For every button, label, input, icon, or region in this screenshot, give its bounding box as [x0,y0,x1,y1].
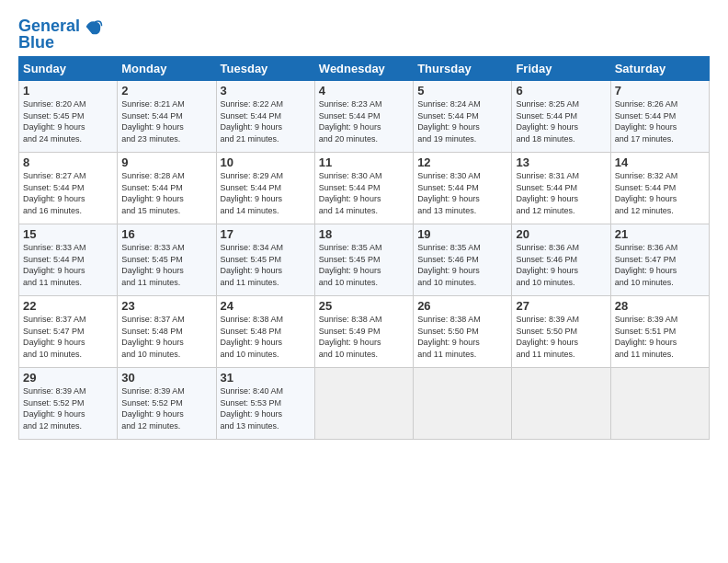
calendar-cell: 7Sunrise: 8:26 AMSunset: 5:44 PMDaylight… [610,81,709,153]
day-number: 30 [121,371,211,385]
header: General Blue [18,17,710,52]
calendar-cell: 10Sunrise: 8:29 AMSunset: 5:44 PMDayligh… [216,153,314,224]
calendar-cell: 23Sunrise: 8:37 AMSunset: 5:48 PMDayligh… [118,296,216,368]
day-number: 9 [121,155,211,169]
week-row-5: 29Sunrise: 8:39 AMSunset: 5:52 PMDayligh… [19,368,710,440]
calendar-cell: 11Sunrise: 8:30 AMSunset: 5:44 PMDayligh… [314,153,413,224]
calendar-cell [610,368,709,440]
calendar-cell: 3Sunrise: 8:22 AMSunset: 5:44 PMDaylight… [216,81,314,153]
calendar-cell: 4Sunrise: 8:23 AMSunset: 5:44 PMDaylight… [314,81,413,153]
day-number: 27 [516,299,606,313]
week-row-3: 15Sunrise: 8:33 AMSunset: 5:44 PMDayligh… [19,224,710,296]
cell-info: Sunrise: 8:20 AMSunset: 5:45 PMDaylight:… [23,98,113,144]
calendar-cell: 21Sunrise: 8:36 AMSunset: 5:47 PMDayligh… [610,224,709,296]
cell-info: Sunrise: 8:37 AMSunset: 5:47 PMDaylight:… [23,314,113,360]
calendar-cell: 19Sunrise: 8:35 AMSunset: 5:46 PMDayligh… [414,224,512,296]
week-row-1: 1Sunrise: 8:20 AMSunset: 5:45 PMDaylight… [19,81,710,153]
day-number: 24 [221,299,311,313]
day-number: 6 [516,84,606,98]
cell-info: Sunrise: 8:36 AMSunset: 5:47 PMDaylight:… [615,242,705,288]
logo: General Blue [18,17,103,52]
header-row: SundayMondayTuesdayWednesdayThursdayFrid… [19,57,710,81]
calendar-cell: 15Sunrise: 8:33 AMSunset: 5:44 PMDayligh… [19,224,118,296]
calendar-cell: 9Sunrise: 8:28 AMSunset: 5:44 PMDaylight… [118,153,216,224]
cell-info: Sunrise: 8:33 AMSunset: 5:45 PMDaylight:… [121,242,211,288]
day-number: 25 [319,299,409,313]
cell-info: Sunrise: 8:24 AMSunset: 5:44 PMDaylight:… [417,98,507,144]
calendar-cell: 8Sunrise: 8:27 AMSunset: 5:44 PMDaylight… [19,153,118,224]
cell-info: Sunrise: 8:26 AMSunset: 5:44 PMDaylight:… [615,98,705,144]
day-number: 19 [417,227,507,241]
day-number: 28 [615,299,705,313]
cell-info: Sunrise: 8:39 AMSunset: 5:50 PMDaylight:… [516,314,606,360]
day-number: 12 [417,155,507,169]
calendar-cell: 28Sunrise: 8:39 AMSunset: 5:51 PMDayligh… [610,296,709,368]
day-number: 5 [417,84,507,98]
calendar-cell: 27Sunrise: 8:39 AMSunset: 5:50 PMDayligh… [512,296,610,368]
cell-info: Sunrise: 8:38 AMSunset: 5:48 PMDaylight:… [221,314,311,360]
calendar-cell: 26Sunrise: 8:38 AMSunset: 5:50 PMDayligh… [414,296,512,368]
day-number: 7 [615,84,705,98]
cell-info: Sunrise: 8:31 AMSunset: 5:44 PMDaylight:… [516,170,606,216]
cell-info: Sunrise: 8:23 AMSunset: 5:44 PMDaylight:… [319,98,409,144]
calendar-cell: 22Sunrise: 8:37 AMSunset: 5:47 PMDayligh… [19,296,118,368]
calendar-cell: 5Sunrise: 8:24 AMSunset: 5:44 PMDaylight… [414,81,512,153]
day-number: 29 [23,371,113,385]
day-number: 11 [319,155,409,169]
cell-info: Sunrise: 8:39 AMSunset: 5:51 PMDaylight:… [615,314,705,360]
day-number: 10 [221,155,311,169]
col-header-wednesday: Wednesday [314,57,413,81]
cell-info: Sunrise: 8:34 AMSunset: 5:45 PMDaylight:… [221,242,311,288]
cell-info: Sunrise: 8:27 AMSunset: 5:44 PMDaylight:… [23,170,113,216]
day-number: 17 [221,227,311,241]
day-number: 16 [121,227,211,241]
calendar-cell: 16Sunrise: 8:33 AMSunset: 5:45 PMDayligh… [118,224,216,296]
cell-info: Sunrise: 8:25 AMSunset: 5:44 PMDaylight:… [516,98,606,144]
cell-info: Sunrise: 8:39 AMSunset: 5:52 PMDaylight:… [23,385,113,431]
day-number: 15 [23,227,113,241]
cell-info: Sunrise: 8:36 AMSunset: 5:46 PMDaylight:… [516,242,606,288]
calendar-cell: 1Sunrise: 8:20 AMSunset: 5:45 PMDaylight… [19,81,118,153]
day-number: 4 [319,84,409,98]
day-number: 14 [615,155,705,169]
day-number: 22 [23,299,113,313]
logo-icon [83,17,103,37]
cell-info: Sunrise: 8:21 AMSunset: 5:44 PMDaylight:… [121,98,211,144]
week-row-4: 22Sunrise: 8:37 AMSunset: 5:47 PMDayligh… [19,296,710,368]
calendar-cell: 25Sunrise: 8:38 AMSunset: 5:49 PMDayligh… [314,296,413,368]
calendar-cell: 31Sunrise: 8:40 AMSunset: 5:53 PMDayligh… [216,368,314,440]
week-row-2: 8Sunrise: 8:27 AMSunset: 5:44 PMDaylight… [19,153,710,224]
calendar-cell: 24Sunrise: 8:38 AMSunset: 5:48 PMDayligh… [216,296,314,368]
col-header-saturday: Saturday [610,57,709,81]
calendar-cell [512,368,610,440]
col-header-thursday: Thursday [414,57,512,81]
calendar-cell: 18Sunrise: 8:35 AMSunset: 5:45 PMDayligh… [314,224,413,296]
cell-info: Sunrise: 8:35 AMSunset: 5:46 PMDaylight:… [417,242,507,288]
col-header-tuesday: Tuesday [216,57,314,81]
calendar-cell: 12Sunrise: 8:30 AMSunset: 5:44 PMDayligh… [414,153,512,224]
col-header-friday: Friday [512,57,610,81]
calendar-cell: 17Sunrise: 8:34 AMSunset: 5:45 PMDayligh… [216,224,314,296]
calendar-cell: 13Sunrise: 8:31 AMSunset: 5:44 PMDayligh… [512,153,610,224]
cell-info: Sunrise: 8:37 AMSunset: 5:48 PMDaylight:… [121,314,211,360]
cell-info: Sunrise: 8:40 AMSunset: 5:53 PMDaylight:… [221,385,311,431]
cell-info: Sunrise: 8:22 AMSunset: 5:44 PMDaylight:… [221,98,311,144]
cell-info: Sunrise: 8:38 AMSunset: 5:49 PMDaylight:… [319,314,409,360]
day-number: 26 [417,299,507,313]
cell-info: Sunrise: 8:39 AMSunset: 5:52 PMDaylight:… [121,385,211,431]
calendar-cell [414,368,512,440]
calendar-cell: 30Sunrise: 8:39 AMSunset: 5:52 PMDayligh… [118,368,216,440]
day-number: 3 [221,84,311,98]
day-number: 8 [23,155,113,169]
calendar-cell: 14Sunrise: 8:32 AMSunset: 5:44 PMDayligh… [610,153,709,224]
calendar-cell: 6Sunrise: 8:25 AMSunset: 5:44 PMDaylight… [512,81,610,153]
day-number: 31 [221,371,311,385]
col-header-monday: Monday [118,57,216,81]
cell-info: Sunrise: 8:30 AMSunset: 5:44 PMDaylight:… [417,170,507,216]
cell-info: Sunrise: 8:38 AMSunset: 5:50 PMDaylight:… [417,314,507,360]
day-number: 18 [319,227,409,241]
calendar-cell: 29Sunrise: 8:39 AMSunset: 5:52 PMDayligh… [19,368,118,440]
day-number: 1 [23,84,113,98]
cell-info: Sunrise: 8:33 AMSunset: 5:44 PMDaylight:… [23,242,113,288]
col-header-sunday: Sunday [19,57,118,81]
